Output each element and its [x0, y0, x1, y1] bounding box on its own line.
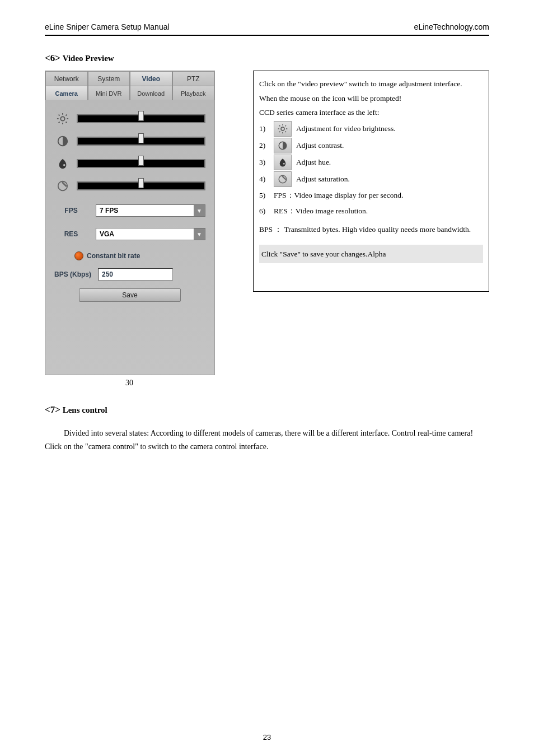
item-3-num: 3)	[259, 155, 269, 170]
item-4-num: 4)	[259, 172, 269, 186]
fps-dropdown[interactable]: 7 FPS ▼	[96, 204, 205, 217]
section-7-angle: <7>	[45, 404, 60, 415]
saturation-icon	[54, 179, 71, 193]
hue-icon	[274, 155, 292, 170]
section-7-title: Lens control	[63, 405, 107, 414]
item-5-num: 5)	[259, 188, 269, 203]
radio-dot-icon	[74, 251, 83, 260]
chevron-down-icon[interactable]: ▼	[194, 228, 205, 240]
section-6-title: Video Preview	[63, 54, 114, 63]
brightness-slider[interactable]	[77, 114, 205, 123]
bps-label: BPS (Kbps)	[54, 270, 91, 278]
svg-line-18	[279, 125, 280, 127]
bps-input[interactable]: 250	[98, 268, 173, 281]
tab-system[interactable]: System	[88, 71, 130, 86]
subtab-download[interactable]: Download	[130, 86, 172, 100]
figure-caption: 30	[45, 379, 214, 388]
saturation-icon	[274, 171, 292, 187]
brightness-icon	[274, 121, 292, 137]
hue-icon	[54, 156, 71, 171]
save-button[interactable]: Save	[79, 288, 181, 302]
section-7-body: Divided into several states: According t…	[45, 427, 489, 454]
item-4-text: Adjust saturation.	[296, 172, 350, 186]
item-3-text: Adjust hue.	[296, 155, 331, 170]
callout-p3: CCD series camera interface as the left:	[259, 105, 483, 120]
saturation-slider[interactable]	[77, 181, 205, 190]
subtab-minidvr[interactable]: Mini DVR	[88, 86, 130, 100]
svg-line-19	[285, 131, 287, 132]
tab-network[interactable]: Network	[45, 71, 88, 86]
section-7-heading: <7> Lens control	[45, 404, 489, 416]
svg-line-7	[59, 122, 60, 123]
svg-line-8	[66, 115, 67, 116]
video-settings-screenshot: Network System Video PTZ Camera Mini DVR…	[45, 71, 215, 375]
chevron-down-icon[interactable]: ▼	[194, 205, 205, 216]
brightness-icon	[54, 111, 71, 126]
svg-line-5	[59, 115, 60, 116]
tab-video[interactable]: Video	[130, 71, 172, 86]
header-left: eLine Sniper Camera Setup Manual	[45, 22, 170, 31]
contrast-icon	[274, 138, 292, 153]
item-2-text: Adjust contrast.	[296, 138, 344, 153]
constant-bit-rate-label: Constant bit rate	[87, 252, 140, 260]
item-1-num: 1)	[259, 122, 269, 136]
contrast-icon	[54, 134, 71, 148]
svg-point-0	[60, 116, 64, 120]
fps-value: 7 FPS	[96, 205, 194, 216]
section-6-heading: <6> Video Preview	[45, 53, 489, 64]
page-number: 23	[0, 733, 534, 741]
item-2-num: 2)	[259, 138, 269, 153]
callout-save-note: Click "Save" to save your changes.Alpha	[259, 245, 483, 264]
callout-box: Click on the "video preview" switch to i…	[253, 71, 489, 292]
header-rule	[45, 35, 489, 36]
svg-line-20	[279, 131, 280, 132]
tab-ptz[interactable]: PTZ	[172, 71, 215, 86]
section-6-angle: <6>	[45, 53, 60, 63]
svg-line-21	[285, 125, 287, 127]
item-6-text: RES：Video image resolution.	[274, 204, 368, 218]
svg-line-6	[66, 122, 67, 123]
callout-p2: When the mouse on the icon will be promp…	[259, 91, 483, 106]
item-1-text: Adjustment for video brightness.	[296, 122, 396, 136]
res-dropdown[interactable]: VGA ▼	[96, 228, 205, 240]
callout-p1: Click on the "video preview" switch to i…	[259, 77, 483, 91]
callout-bps: BPS ： Transmitted bytes. High video qual…	[259, 222, 483, 237]
res-label: RES	[54, 230, 88, 238]
hue-slider[interactable]	[77, 159, 205, 168]
item-6-num: 6)	[259, 204, 269, 218]
subtab-camera[interactable]: Camera	[45, 86, 88, 100]
contrast-slider[interactable]	[77, 137, 205, 146]
constant-bit-rate-radio[interactable]: Constant bit rate	[74, 251, 205, 260]
svg-point-23	[283, 163, 285, 165]
header-right: eLineTechnology.com	[414, 22, 489, 31]
item-5-text: FPS：Video image display for per second.	[274, 188, 403, 203]
svg-point-10	[63, 164, 65, 166]
res-value: VGA	[96, 228, 194, 240]
subtab-playback[interactable]: Playback	[172, 86, 215, 100]
svg-point-13	[281, 127, 284, 130]
fps-label: FPS	[54, 207, 88, 214]
